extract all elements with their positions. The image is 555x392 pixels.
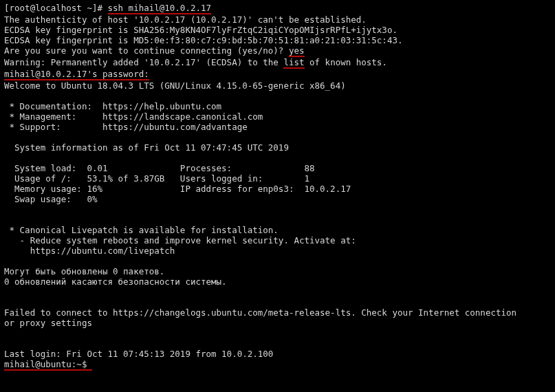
prompt-root: [root@localhost ~]#	[4, 3, 108, 13]
confirm-answer: yes	[289, 45, 305, 57]
ssh-command: ssh mihail@10.0.2.17	[108, 3, 212, 14]
password-prompt: mihail@10.0.2.17's password:	[4, 69, 149, 80]
prompt-user[interactable]: mihail@ubuntu:~$	[4, 359, 92, 371]
terminal[interactable]: [root@localhost ~]# ssh mihail@10.0.2.17…	[4, 3, 551, 371]
confirm-question: Are you sure you want to continue connec…	[4, 45, 289, 56]
